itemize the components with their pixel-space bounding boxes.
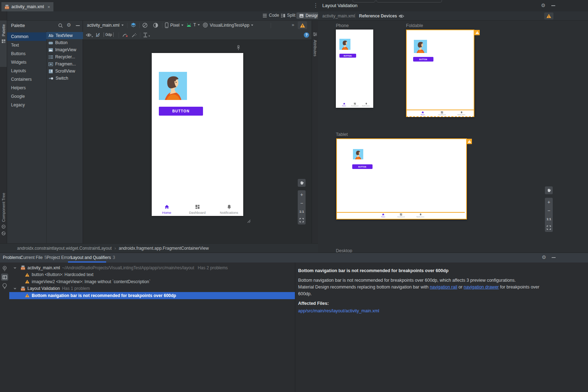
palette-category-text[interactable]: Text	[7, 41, 46, 49]
layout-file-dropdown[interactable]: activity_main.xml	[87, 23, 124, 28]
night-mode-icon[interactable]	[153, 22, 158, 28]
tree-row-warning-content-description[interactable]: imageView2 <ImageView>: Image without `c…	[9, 278, 295, 285]
view-options-icon[interactable]	[2, 266, 7, 271]
palette-category-legacy[interactable]: Legacy	[7, 101, 46, 109]
xml-file-icon	[21, 286, 25, 291]
palette-category-buttons[interactable]: Buttons	[7, 49, 46, 58]
preview-label-phone: Phone	[336, 23, 349, 28]
nav-item-home[interactable]: Home	[156, 202, 177, 214]
clear-constraints-icon[interactable]	[122, 32, 128, 38]
layers-icon[interactable]	[130, 22, 136, 28]
palette-component-textview[interactable]: Ab TextView	[46, 32, 83, 39]
palette-component-scrollview[interactable]: ScrollView	[46, 68, 83, 75]
navigation-drawer-link[interactable]: navigation drawer	[464, 285, 499, 290]
kebab-menu-icon[interactable]: ⋮	[313, 2, 318, 9]
view-options-eye-icon[interactable]	[86, 33, 92, 37]
overflow-chevrons-icon[interactable]: »	[292, 22, 294, 27]
zoom-actual-button[interactable]: 1:1	[298, 207, 306, 216]
editor-tab[interactable]: activity_main.xml ×	[1, 2, 53, 11]
chevron-expanded-icon[interactable]	[14, 287, 16, 290]
affected-file-link[interactable]: app/src/main/res/layout/activity_main.xm…	[298, 308, 379, 313]
split-mode-button[interactable]: Split	[281, 13, 295, 18]
lv-preview-foldable[interactable]: BUTTON Home Dashboard Notifications	[406, 30, 474, 117]
align-icon[interactable]	[143, 32, 147, 38]
component-tree-stripe-tab[interactable]: Component Tree	[0, 191, 7, 243]
breadcrumb-item-fragmentcontainerview[interactable]: androidx.fragment.app.FragmentContainerV…	[119, 246, 209, 251]
palette-component-imageview[interactable]: ImageView	[46, 46, 83, 53]
design-canvas[interactable]: BUTTON Home Dashboard Notifications	[83, 40, 312, 243]
chevron-expanded-icon[interactable]	[14, 266, 16, 269]
palette-category-layouts[interactable]: Layouts	[7, 67, 46, 75]
hide-panel-icon[interactable]	[552, 257, 556, 258]
gear-icon[interactable]: ⚙	[67, 22, 71, 28]
search-icon[interactable]	[58, 23, 63, 28]
tab-current-file[interactable]: Current File 5	[20, 255, 47, 260]
lv-preview-tablet[interactable]: BUTTON Home Dashboard Notifications	[336, 138, 467, 219]
zoom-in-button[interactable]: +	[298, 190, 306, 199]
gear-icon[interactable]: ⚙	[542, 254, 546, 260]
chevron-down-icon	[198, 24, 200, 26]
palette-component-recyclerview[interactable]: Recycler...	[46, 53, 83, 60]
palette-stripe-tab[interactable]: Palette	[0, 21, 7, 67]
attributes-stripe[interactable]: Attributes	[312, 21, 318, 243]
palette-component-button[interactable]: Button	[46, 39, 83, 46]
design-warning-button[interactable]	[298, 21, 307, 29]
palette-component-switch[interactable]: Switch	[46, 75, 83, 82]
nav-item-notifications[interactable]: Notifications	[217, 202, 241, 214]
device-dropdown[interactable]: Pixel	[165, 22, 183, 28]
lv-warning-button[interactable]	[544, 12, 553, 20]
minimize-icon[interactable]	[76, 25, 80, 26]
design-surface-mode-icon[interactable]	[142, 22, 148, 28]
pan-button[interactable]	[298, 179, 306, 187]
palette-component-fragment[interactable]: Fragmen...	[46, 60, 83, 68]
lv-pan-button[interactable]	[545, 186, 553, 194]
autoconnect-magnet-icon[interactable]	[95, 32, 100, 38]
lv-zoom-actual-button[interactable]: 1:1	[545, 215, 553, 223]
tab-layout-and-qualifiers[interactable]: Layout and Qualifiers 3	[71, 255, 115, 260]
show-details-button[interactable]	[1, 274, 8, 281]
close-icon[interactable]: ×	[47, 4, 50, 10]
lightbulb-icon[interactable]	[2, 283, 7, 289]
lv-preview-phone[interactable]: BUTTON Home Dashboard Notifications	[336, 30, 373, 108]
tablet-warning-badge[interactable]	[467, 139, 472, 144]
api-level-dropdown[interactable]: T	[186, 22, 200, 27]
visibility-eye-icon[interactable]	[399, 14, 404, 18]
lv-zoom-in-button[interactable]: +	[545, 198, 553, 206]
zoom-fit-button[interactable]	[298, 216, 306, 224]
bottom-navigation-bar[interactable]: Home Dashboard Notifications	[152, 202, 243, 216]
material-button[interactable]: BUTTON	[159, 107, 203, 116]
palette-category-helpers[interactable]: Helpers	[7, 84, 46, 92]
theme-dropdown[interactable]: VisualLintingTestApp	[203, 22, 253, 28]
phone-icon	[165, 22, 168, 28]
device-preview[interactable]: BUTTON Home Dashboard Notifications	[152, 53, 243, 216]
reference-devices-dropdown[interactable]: Reference Devices	[359, 14, 401, 18]
lv-zoom-fit-button[interactable]	[545, 223, 553, 232]
palette-category-google[interactable]: Google	[7, 92, 46, 101]
gear-icon[interactable]: ⚙	[541, 2, 546, 8]
help-icon[interactable]: ?	[304, 32, 309, 38]
nav-item-dashboard[interactable]: Dashboard	[187, 202, 208, 214]
infer-constraints-wand-icon[interactable]	[131, 32, 137, 38]
tree-row-warning-hardcoded-text[interactable]: button <Button>: Hardcoded text	[9, 271, 295, 279]
lv-zoom-out-button[interactable]: −	[545, 206, 553, 215]
palette-category-common[interactable]: Common	[7, 32, 46, 41]
zoom-out-button[interactable]: −	[298, 199, 306, 207]
problem-detail-line1: Bottom navigation bar is not recommended…	[298, 277, 554, 284]
tab-project-errors[interactable]: Project Errors	[47, 255, 73, 260]
hide-panel-icon[interactable]	[551, 5, 555, 6]
problems-header: Problems: Current File 5 Project Errors …	[0, 253, 588, 263]
foldable-warning-badge[interactable]	[474, 30, 480, 35]
tree-row-layout-validation[interactable]: Layout Validation Has 1 problem	[9, 285, 295, 292]
tree-row-file[interactable]: activity_main.xml ~/AndroidStudioProject…	[9, 264, 295, 271]
default-margin-field[interactable]: 0dp	[104, 32, 114, 37]
breadcrumb-item-constraintlayout[interactable]: androidx.constraintlayout.widget.Constra…	[17, 246, 112, 251]
navigation-rail-link[interactable]: navigation rail	[430, 285, 457, 290]
tree-row-warning-bottom-nav[interactable]: Bottom navigation bar is not recommended…	[9, 292, 295, 299]
resize-handle-icon[interactable]	[245, 218, 251, 223]
fragment-icon	[48, 62, 53, 67]
palette-category-containers[interactable]: Containers	[7, 75, 46, 84]
palette-category-widgets[interactable]: Widgets	[7, 58, 46, 67]
dashboard-icon	[354, 102, 356, 105]
code-mode-button[interactable]: Code	[262, 13, 279, 18]
imageview-avatar[interactable]	[159, 72, 187, 100]
